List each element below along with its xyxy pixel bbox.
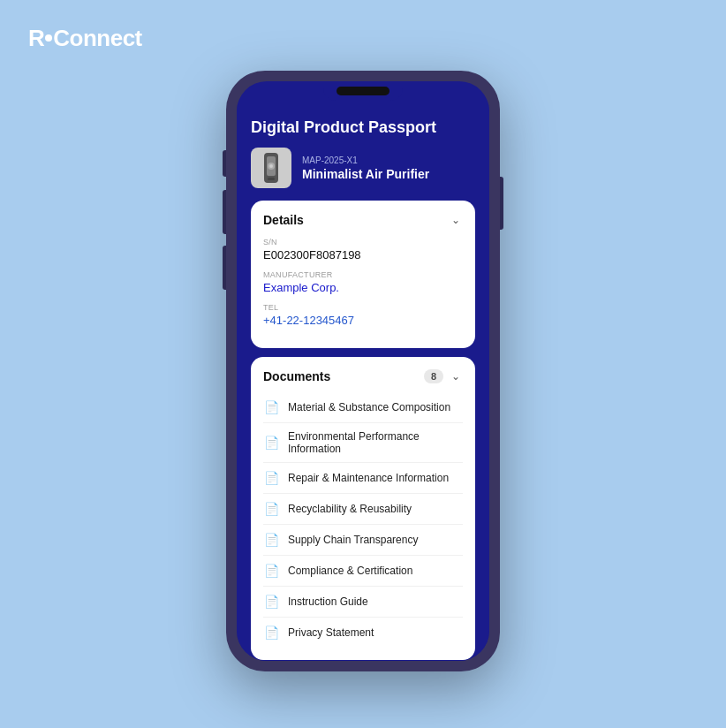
doc-label-compliance: Compliance & Certification: [288, 565, 412, 577]
doc-label-instruction: Instruction Guide: [288, 595, 368, 608]
documents-badge-area: 8 ⌄: [424, 369, 463, 383]
product-name: Minimalist Air Purifier: [302, 167, 429, 181]
document-icon: 📄: [263, 625, 279, 641]
tel-field: TEL +41-22-12345467: [263, 303, 463, 327]
screen-content: Digital Product Passport MAP-2025-X1 Min: [237, 101, 489, 661]
doc-label-supply-chain: Supply Chain Transparency: [288, 534, 418, 546]
volume-down-button: [223, 246, 226, 290]
details-card-title: Details: [263, 213, 304, 227]
doc-item-recyclability[interactable]: 📄 Recyclability & Reusability: [263, 494, 463, 525]
serial-number-label: S/N: [263, 238, 463, 246]
volume-up-button: [223, 190, 226, 234]
doc-label-material: Material & Substance Composition: [288, 401, 450, 413]
document-icon: 📄: [263, 435, 279, 451]
logo: RConnect: [28, 25, 142, 52]
svg-rect-4: [268, 178, 275, 180]
document-icon: 📄: [263, 594, 279, 610]
doc-item-environmental[interactable]: 📄 Environmental Performance Information: [263, 423, 463, 463]
document-icon: 📄: [263, 399, 279, 415]
notch: [323, 81, 403, 101]
documents-card: Documents 8 ⌄ 📄 Material & Substance Com…: [251, 357, 475, 660]
purifier-icon: [258, 151, 284, 185]
doc-item-material[interactable]: 📄 Material & Substance Composition: [263, 392, 463, 423]
manufacturer-value[interactable]: Example Corp.: [263, 281, 463, 294]
power-button: [500, 177, 503, 230]
doc-label-privacy: Privacy Statement: [288, 626, 374, 639]
document-icon: 📄: [263, 501, 279, 517]
details-card-header: Details ⌄: [263, 213, 463, 227]
doc-item-compliance[interactable]: 📄 Compliance & Certification: [263, 556, 463, 587]
doc-label-recyclability: Recyclability & Reusability: [288, 503, 412, 515]
product-image: [251, 148, 291, 188]
documents-card-title: Documents: [263, 369, 330, 383]
manufacturer-field: Manufacturer Example Corp.: [263, 270, 463, 294]
product-sku: MAP-2025-X1: [302, 155, 429, 165]
manufacturer-label: Manufacturer: [263, 270, 463, 279]
serial-number-value: E002300F8087198: [263, 248, 463, 262]
doc-item-instruction[interactable]: 📄 Instruction Guide: [263, 587, 463, 618]
doc-label-environmental: Environmental Performance Information: [288, 430, 463, 455]
phone-screen: Digital Product Passport MAP-2025-X1 Min: [237, 81, 489, 661]
documents-count-badge: 8: [424, 369, 443, 383]
documents-chevron-icon[interactable]: ⌄: [449, 369, 463, 383]
product-info: MAP-2025-X1 Minimalist Air Purifier: [302, 155, 429, 181]
tel-label: TEL: [263, 303, 463, 312]
mute-button: [223, 150, 226, 177]
details-chevron-icon[interactable]: ⌄: [449, 213, 463, 227]
doc-item-supply-chain[interactable]: 📄 Supply Chain Transparency: [263, 525, 463, 556]
serial-number-field: S/N E002300F8087198: [263, 238, 463, 262]
logo-text: RConnect: [28, 25, 142, 52]
doc-label-repair: Repair & Maintenance Information: [288, 472, 449, 484]
document-icon: 📄: [263, 532, 279, 548]
tel-value[interactable]: +41-22-12345467: [263, 314, 463, 327]
notch-pill: [337, 87, 389, 95]
documents-card-header: Documents 8 ⌄: [263, 369, 463, 383]
phone-frame: Digital Product Passport MAP-2025-X1 Min: [226, 71, 500, 671]
product-row: MAP-2025-X1 Minimalist Air Purifier: [251, 148, 475, 188]
doc-item-repair[interactable]: 📄 Repair & Maintenance Information: [263, 463, 463, 494]
document-icon: 📄: [263, 563, 279, 579]
document-icon: 📄: [263, 470, 279, 486]
doc-item-privacy[interactable]: 📄 Privacy Statement: [263, 618, 463, 648]
svg-point-3: [269, 164, 273, 168]
details-card: Details ⌄ S/N E002300F8087198 Manufactur…: [251, 201, 475, 348]
passport-title: Digital Product Passport: [251, 118, 475, 137]
